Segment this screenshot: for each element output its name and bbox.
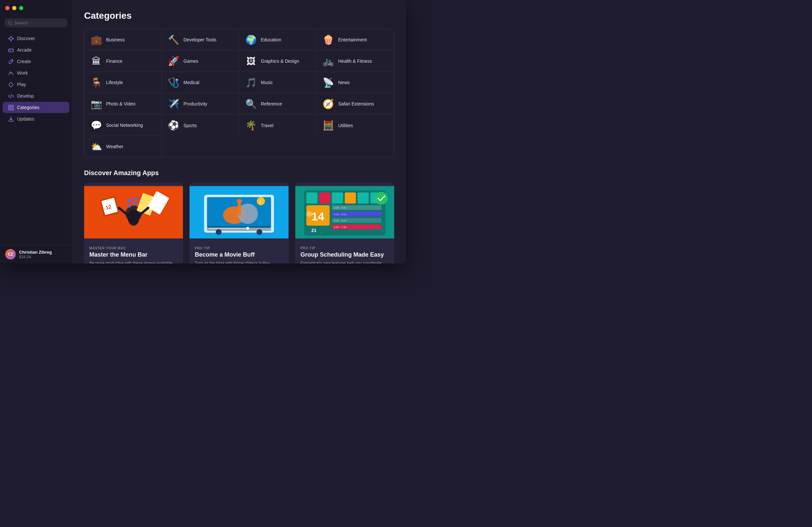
category-item-graphics-design[interactable]: 🖼 Graphics & Design: [239, 51, 317, 72]
develop-icon: [8, 93, 14, 99]
cat-label-weather: Weather: [106, 144, 124, 149]
user-info: Christian Zibreg $34.04: [19, 250, 52, 259]
user-name: Christian Zibreg: [19, 250, 52, 255]
svg-marker-2: [8, 36, 13, 41]
minimize-button[interactable]: [12, 6, 16, 10]
svg-rect-39: [208, 228, 246, 229]
cat-icon-business: 💼: [90, 34, 102, 46]
app-card-menu-bar[interactable]: 12 MASTER YOUR MAC: [84, 183, 183, 264]
cat-icon-finance: 🏛: [90, 55, 102, 67]
cat-icon-productivity: ✈️: [168, 98, 180, 110]
category-item-social-networking[interactable]: 💬 Social Networking: [84, 115, 162, 136]
cat-icon-music: 🎵: [245, 76, 257, 88]
app-card-image-movie-buff: i: [190, 183, 288, 242]
cat-icon-medical: 🩺: [168, 76, 180, 88]
category-item-developer-tools[interactable]: 🔨 Developer Tools: [162, 29, 240, 51]
apps-grid: 12 MASTER YOUR MAC: [84, 183, 394, 264]
svg-text:i: i: [260, 199, 261, 204]
sidebar-item-categories[interactable]: Categories: [3, 102, 69, 113]
sidebar-item-work[interactable]: Work: [3, 67, 69, 79]
svg-rect-50: [345, 193, 356, 204]
svg-point-42: [257, 229, 262, 235]
svg-point-43: [257, 197, 265, 205]
cat-label-productivity: Productivity: [184, 101, 207, 106]
cat-label-health-fitness: Health & Fitness: [338, 58, 372, 64]
category-item-productivity[interactable]: ✈️ Productivity: [162, 93, 240, 115]
svg-rect-47: [306, 193, 317, 204]
svg-line-1: [11, 24, 13, 25]
search-box[interactable]: [4, 18, 67, 27]
category-item-photo-video[interactable]: 📷 Photo & Video: [84, 93, 162, 115]
app-card-image-menu-bar: 12: [84, 183, 183, 242]
avatar: CZ: [5, 249, 16, 259]
category-item-reference[interactable]: 🔍 Reference: [239, 93, 317, 115]
svg-point-40: [246, 227, 249, 230]
sidebar-item-play[interactable]: Play: [3, 79, 69, 90]
svg-rect-10: [9, 105, 11, 107]
cat-icon-utilities: 🧮: [322, 119, 334, 131]
app-card-body-movie-buff: PRO TIP Become a Movie Buff Turn on the …: [190, 242, 288, 264]
category-item-finance[interactable]: 🏛 Finance: [84, 51, 162, 72]
svg-rect-48: [319, 193, 330, 204]
cat-icon-lifestyle: 🪑: [90, 76, 102, 88]
search-icon: [8, 21, 13, 25]
svg-text:4:10 - 5:14: 4:10 - 5:14: [334, 213, 347, 216]
page-title: Categories: [84, 11, 394, 21]
fullscreen-button[interactable]: [19, 6, 23, 10]
cat-icon-travel: 🌴: [245, 119, 257, 131]
sidebar-item-arcade[interactable]: Arcade: [3, 44, 69, 56]
category-item-travel[interactable]: 🌴 Travel: [239, 115, 317, 136]
search-input[interactable]: [14, 20, 64, 25]
app-card-group-scheduling[interactable]: 14 21 4:00 - 5:00 4:10 - 5:14 5:00 - 6:0…: [295, 183, 394, 264]
category-item-games[interactable]: 🚀 Games: [162, 51, 240, 72]
cat-icon-entertainment: 🍿: [322, 34, 334, 46]
cat-label-lifestyle: Lifestyle: [106, 80, 123, 85]
category-item-sports[interactable]: ⚽ Sports: [162, 115, 240, 136]
app-card-body-group-scheduling: PRO TIP Group Scheduling Made Easy Fanta…: [295, 242, 394, 264]
cat-icon-safari-extensions: 🧭: [322, 98, 334, 110]
cat-icon-social-networking: 💬: [90, 119, 102, 131]
category-item-safari-extensions[interactable]: 🧭 Safari Extensions: [317, 93, 394, 115]
cat-label-finance: Finance: [106, 58, 122, 64]
sidebar-item-create[interactable]: Create: [3, 56, 69, 67]
app-desc-group-scheduling: Fantastical's new features help you coor…: [301, 260, 389, 264]
app-subtitle-movie-buff: PRO TIP: [195, 246, 283, 250]
svg-text:4:00 - 5:00: 4:00 - 5:00: [334, 206, 347, 209]
app-name-movie-buff: Become a Movie Buff: [195, 251, 283, 258]
cat-label-news: News: [338, 80, 350, 85]
svg-rect-49: [332, 193, 343, 204]
close-button[interactable]: [5, 6, 10, 10]
category-item-education[interactable]: 🌍 Education: [239, 29, 317, 51]
category-item-weather[interactable]: ⛅ Weather: [84, 136, 162, 157]
cat-label-graphics-design: Graphics & Design: [261, 58, 299, 64]
sidebar-item-updates[interactable]: Updates: [3, 113, 69, 125]
discover-section-title: Discover Amazing Apps: [84, 169, 394, 177]
svg-text:5:00 - 6:00: 5:00 - 6:00: [334, 219, 347, 222]
category-item-medical[interactable]: 🩺 Medical: [162, 72, 240, 93]
category-item-lifestyle[interactable]: 🪑 Lifestyle: [84, 72, 162, 93]
app-card-movie-buff[interactable]: i PRO TIP Become a Movie Buff Turn on th…: [190, 183, 288, 264]
cat-icon-sports: ⚽: [168, 119, 180, 131]
cat-label-travel: Travel: [261, 123, 273, 128]
category-item-music[interactable]: 🎵 Music: [239, 72, 317, 93]
sidebar-item-work-label: Work: [17, 70, 28, 75]
cat-icon-games: 🚀: [168, 55, 180, 67]
category-item-health-fitness[interactable]: 🚲 Health & Fitness: [317, 51, 394, 72]
user-balance: $34.04: [19, 255, 52, 259]
create-icon: [8, 58, 14, 65]
category-item-business[interactable]: 💼 Business: [84, 29, 162, 51]
category-item-news[interactable]: 📡 News: [317, 72, 394, 93]
cat-icon-news: 📡: [322, 76, 334, 88]
sidebar-item-discover[interactable]: Discover: [3, 33, 69, 44]
app-desc-movie-buff: Turn on the trivia with Prime Video's X-…: [195, 260, 283, 264]
sidebar-item-discover-label: Discover: [17, 36, 35, 41]
sidebar-item-develop[interactable]: Develop: [3, 90, 69, 101]
svg-text:6:00 - 7:30: 6:00 - 7:30: [334, 226, 347, 229]
cat-label-games: Games: [184, 58, 199, 64]
main-content: Categories 💼 Business 🔨 Developer Tools …: [72, 0, 406, 264]
category-item-utilities[interactable]: 🧮 Utilities: [317, 115, 394, 136]
user-profile[interactable]: CZ Christian Zibreg $34.04: [0, 245, 72, 264]
svg-text:14: 14: [311, 210, 324, 223]
discover-icon: [8, 35, 14, 41]
category-item-entertainment[interactable]: 🍿 Entertainment: [317, 29, 394, 51]
